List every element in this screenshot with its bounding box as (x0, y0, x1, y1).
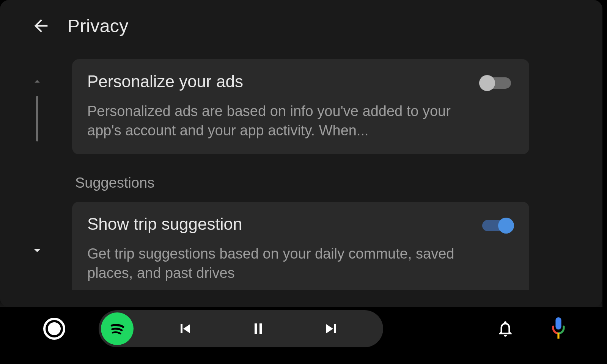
spotify-icon (106, 318, 128, 340)
svg-rect-1 (557, 333, 559, 339)
skip-next-button[interactable] (320, 317, 343, 340)
page-title: Privacy (68, 16, 129, 36)
skip-previous-button[interactable] (174, 317, 197, 340)
setting-personalize-ads[interactable]: Personalize your ads Personalized ads ar… (72, 59, 529, 154)
arrow-back-icon (31, 16, 51, 36)
toggle-thumb (498, 218, 514, 234)
media-app-button[interactable] (101, 312, 134, 345)
setting-title: Personalize your ads (87, 72, 468, 91)
bottom-bar (0, 308, 607, 350)
setting-title: Show trip suggestion (87, 215, 468, 234)
fade-mask (0, 292, 602, 307)
chevron-down-icon (30, 243, 45, 258)
home-button[interactable] (43, 318, 65, 340)
google-mic-icon (549, 316, 568, 341)
scroll-up-button[interactable] (30, 74, 45, 89)
skip-previous-icon (176, 320, 194, 338)
personalize-ads-toggle[interactable] (479, 75, 514, 92)
scroll-down-button[interactable] (30, 243, 45, 258)
chevron-up-icon (31, 75, 43, 88)
media-controls (134, 317, 383, 340)
trip-suggestion-toggle[interactable] (479, 218, 514, 234)
toggle-thumb (479, 75, 495, 91)
setting-description: Personalized ads are based on info you'v… (87, 102, 468, 141)
skip-next-icon (322, 320, 341, 338)
pause-icon (249, 320, 267, 338)
setting-text: Show trip suggestion Get trip suggestion… (87, 215, 468, 283)
media-control-pill (99, 310, 383, 347)
voice-assistant-button[interactable] (548, 315, 569, 342)
back-button[interactable] (30, 15, 52, 36)
scroll-track (36, 96, 38, 141)
bell-icon (496, 319, 515, 338)
header: Privacy (30, 15, 129, 36)
setting-text: Personalize your ads Personalized ads ar… (87, 72, 468, 141)
play-pause-button[interactable] (247, 317, 270, 340)
settings-panel: Privacy Personalize your ads Personalize… (0, 0, 602, 307)
notifications-button[interactable] (495, 318, 516, 339)
svg-rect-0 (555, 317, 561, 329)
setting-description: Get trip suggestions based on your daily… (87, 244, 468, 283)
scroll-indicator (30, 74, 45, 271)
record-circle-icon (48, 322, 61, 335)
settings-list: Personalize your ads Personalized ads ar… (72, 59, 529, 290)
screen: Privacy Personalize your ads Personalize… (0, 0, 607, 364)
setting-trip-suggestion[interactable]: Show trip suggestion Get trip suggestion… (72, 202, 529, 290)
section-header-suggestions: Suggestions (75, 175, 529, 191)
